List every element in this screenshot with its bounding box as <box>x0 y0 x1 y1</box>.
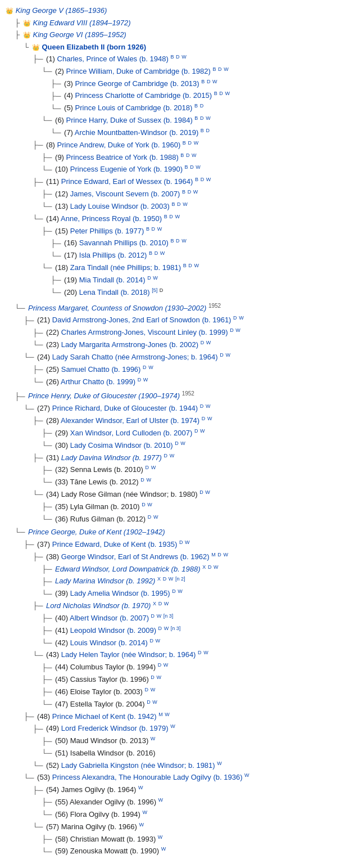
link-9[interactable]: Princess Beatrice of York (b. 1988) <box>66 153 179 161</box>
link-39[interactable]: Lady Amelia Windsor (b. 1995) <box>70 590 170 598</box>
link-23[interactable]: Lady Margarita Armstrong-Jones (b. 2002) <box>61 340 198 349</box>
sup-W[interactable]: W <box>217 761 222 766</box>
sup-D[interactable]: D <box>148 514 152 520</box>
sup-D[interactable]: D <box>176 54 180 60</box>
sup-W[interactable]: W <box>194 263 199 268</box>
sup-B[interactable]: B <box>170 238 174 244</box>
link-lnw[interactable]: Lord Nicholas Windsor (b. 1970) <box>46 601 151 610</box>
sup-W[interactable]: W <box>185 539 190 545</box>
sup-D[interactable]: D <box>199 489 203 495</box>
link-6[interactable]: Prince Harry, Duke of Sussex (b. 1984) <box>66 116 193 124</box>
sup-X[interactable]: X <box>202 564 206 570</box>
sup-W[interactable]: W <box>146 477 151 483</box>
sup-D[interactable]: D <box>175 440 179 446</box>
sup-W[interactable]: W <box>143 377 148 383</box>
sup-W[interactable]: W <box>157 226 162 232</box>
link-41[interactable]: Leopold Windsor (b. 2009) <box>70 626 156 635</box>
sup-W[interactable]: W <box>181 238 187 244</box>
sup-B[interactable]: B <box>212 66 216 72</box>
link-13[interactable]: Lady Louise Windsor (b. 2003) <box>70 202 170 210</box>
sup-B[interactable]: B <box>201 128 204 133</box>
sup-B[interactable]: B <box>183 140 186 146</box>
link-16[interactable]: Savannah Phillips (b. 2010) <box>79 239 169 248</box>
sup-W[interactable]: W <box>235 327 240 333</box>
sup-W[interactable]: W <box>161 846 166 852</box>
sup-D[interactable]: D <box>233 315 237 321</box>
sup-D[interactable]: D <box>202 416 206 421</box>
link-14[interactable]: Anne, Princess Royal (b. 1950) <box>61 214 162 223</box>
sup-D[interactable]: D <box>206 128 210 133</box>
sup-W[interactable]: W <box>169 576 174 582</box>
sup-D[interactable]: D <box>194 428 198 434</box>
sup-W[interactable]: W <box>206 403 211 409</box>
sup-W[interactable]: W <box>158 834 163 840</box>
sup-X[interactable]: X <box>157 576 161 582</box>
sup-D[interactable]: D <box>200 103 204 109</box>
sup-D[interactable]: D <box>186 152 190 158</box>
sup-B[interactable]: B <box>170 54 174 60</box>
sup-D[interactable]: D <box>155 250 158 256</box>
sup-D[interactable]: D <box>158 662 162 668</box>
sup-W[interactable]: W <box>192 152 197 158</box>
sup-W[interactable]: W <box>164 662 169 668</box>
sup-D[interactable]: D <box>147 699 151 705</box>
link-21[interactable]: David Armstrong-Jones, 2nd Earl of Snowd… <box>52 316 231 325</box>
sup-W[interactable]: W <box>170 453 175 458</box>
link-12[interactable]: James, Viscount Severn (b. 2007) <box>70 190 180 198</box>
sup-B[interactable]: B <box>149 250 152 256</box>
sup-D[interactable]: D <box>146 465 149 470</box>
sup-D[interactable]: D <box>158 601 162 606</box>
sup-B[interactable]: B <box>171 201 175 207</box>
link-25[interactable]: Samuel Chatto (b. 1996) <box>61 365 141 374</box>
link-ke8[interactable]: King Edward VIII (1894–1972) <box>33 19 130 27</box>
link-43[interactable]: Lady Helen Taylor (née Windsor; b. 1964) <box>61 651 196 659</box>
link-8[interactable]: Prince Andrew, Duke of York (b. 1960) <box>57 141 181 149</box>
sup-B[interactable]: B <box>194 115 198 121</box>
sup-D[interactable]: D <box>217 552 221 557</box>
link-qe2[interactable]: Queen Elizabeth II (born 1926) <box>42 43 146 51</box>
sup-W[interactable]: W <box>183 201 188 207</box>
link-53[interactable]: Princess Alexandra, The Honourable Lady … <box>52 773 243 782</box>
link-26[interactable]: Arthur Chatto (b. 1999) <box>61 377 135 386</box>
sup-W[interactable]: W <box>223 552 228 557</box>
sup-W[interactable]: W <box>175 214 180 219</box>
sup-D[interactable]: D <box>177 201 181 207</box>
link-22[interactable]: Charles Armstrong-Jones, Viscount Linley… <box>61 329 228 337</box>
sup-D[interactable]: D <box>188 189 192 195</box>
link-4[interactable]: Princess Charlotte of Cambridge (b. 2015… <box>75 92 212 100</box>
sup-X[interactable]: X <box>153 601 156 606</box>
link-24[interactable]: Lady Sarah Chatto (née Armstrong-Jones; … <box>52 353 218 361</box>
sup-W[interactable]: W <box>207 416 212 421</box>
sup-D[interactable]: D <box>220 352 224 358</box>
sup-D[interactable]: D <box>201 177 205 182</box>
link-11[interactable]: Prince Edward, Earl of Wessex (b. 1964) <box>61 178 193 186</box>
link-pgk[interactable]: Prince George, Duke of Kent (1902–1942) <box>28 528 165 536</box>
link-10[interactable]: Princess Eugenie of York (b. 1990) <box>70 165 183 174</box>
link-49[interactable]: Lord Frederick Windsor (b. 1979) <box>61 725 169 733</box>
sup-W[interactable]: W <box>206 115 211 121</box>
link-48[interactable]: Prince Michael of Kent (b. 1942) <box>52 712 157 721</box>
link-20[interactable]: Lena Tindall (b. 2018) <box>79 288 150 296</box>
sup-D[interactable]: D <box>176 238 180 244</box>
sup-M[interactable]: M <box>211 552 216 557</box>
link-3[interactable]: Prince George of Cambridge (b. 2013) <box>75 79 199 88</box>
sup-W[interactable]: W <box>142 809 147 815</box>
sup-W[interactable]: W <box>165 712 170 717</box>
sup-W[interactable]: W <box>153 514 158 520</box>
sup-W[interactable]: W <box>225 352 230 358</box>
sup-D[interactable]: D <box>198 650 202 655</box>
sup-W[interactable]: W <box>152 699 157 705</box>
sup-B[interactable]: B <box>214 91 217 96</box>
sup-W[interactable]: W <box>153 275 158 281</box>
sup-D[interactable]: D <box>151 674 155 680</box>
link-5[interactable]: Prince Louis of Cambridge (b. 2018) <box>75 104 193 113</box>
sup-D[interactable]: D <box>151 613 155 619</box>
link-52[interactable]: Lady Gabriella Kingston (née Windsor; b.… <box>61 761 215 770</box>
sup-W[interactable]: W <box>158 797 164 803</box>
link-37[interactable]: Prince Edward, Duke of Kent (b. 1935) <box>52 540 178 548</box>
sup-B[interactable]: B <box>185 164 188 170</box>
sup-W[interactable]: W <box>225 91 230 96</box>
sup-W[interactable]: W <box>200 428 205 434</box>
sup-W[interactable]: W <box>156 638 161 644</box>
sup-W[interactable]: W <box>193 189 198 195</box>
